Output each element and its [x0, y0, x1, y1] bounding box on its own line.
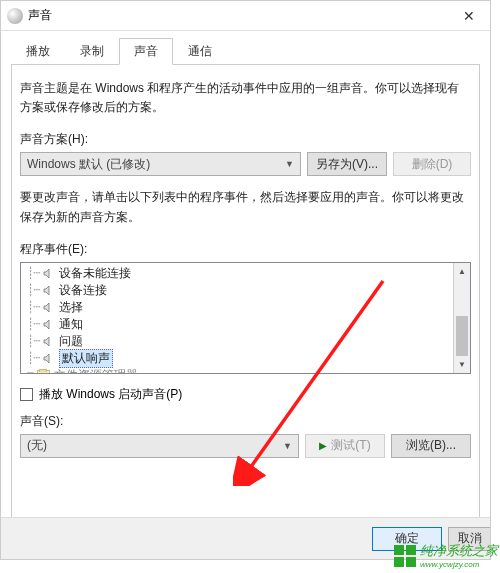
tab-sounds[interactable]: 声音 [119, 38, 173, 65]
speaker-icon [43, 336, 55, 347]
list-item[interactable]: ┊┄ 选择 [21, 299, 470, 316]
speaker-icon [43, 268, 55, 279]
tab-strip: 播放 录制 声音 通信 [11, 37, 480, 65]
scroll-up-button[interactable]: ▲ [454, 263, 470, 280]
folder-icon [37, 370, 50, 374]
speaker-icon [43, 319, 55, 330]
list-item[interactable]: ┊┄ 问题 [21, 333, 470, 350]
tab-playback[interactable]: 播放 [11, 38, 65, 65]
list-item[interactable]: ┊┄ 通知 [21, 316, 470, 333]
scrollbar[interactable]: ▲ ▼ [453, 263, 470, 373]
watermark-text: 纯净系统之家 [420, 542, 498, 560]
program-events-list[interactable]: ┊┄ 设备未能连接 ┊┄ 设备连接 ┊┄ 选择 [20, 262, 471, 374]
browse-button[interactable]: 浏览(B)... [391, 434, 471, 458]
tab-communications[interactable]: 通信 [173, 38, 227, 65]
chevron-down-icon: ▼ [285, 159, 294, 169]
watermark-logo-icon [394, 545, 416, 567]
speaker-icon [43, 285, 55, 296]
sound-scheme-value: Windows 默认 (已修改) [27, 156, 150, 173]
play-icon: ▶ [319, 440, 327, 451]
list-item[interactable]: ⊞ 文件资源管理器 [21, 367, 470, 374]
selected-event: 默认响声 [59, 349, 113, 368]
app-icon [7, 8, 23, 24]
scroll-down-button[interactable]: ▼ [454, 356, 470, 373]
watermark: 纯净系统之家 www.ycwjzy.com [394, 542, 498, 569]
speaker-icon [43, 302, 55, 313]
tab-recording[interactable]: 录制 [65, 38, 119, 65]
program-events-label: 程序事件(E): [20, 241, 471, 258]
sound-scheme-label: 声音方案(H): [20, 131, 471, 148]
sound-dialog: 声音 ✕ 播放 录制 声音 通信 声音主题是在 Windows 和程序产生的活动… [0, 0, 491, 560]
scroll-thumb[interactable] [456, 316, 468, 356]
checkbox-icon [20, 388, 33, 401]
events-description: 要更改声音，请单击以下列表中的程序事件，然后选择要应用的声音。你可以将更改保存为… [20, 188, 471, 226]
sound-dropdown[interactable]: (无) ▼ [20, 434, 299, 458]
startup-sound-checkbox[interactable]: 播放 Windows 启动声音(P) [20, 386, 471, 403]
save-as-button[interactable]: 另存为(V)... [307, 152, 387, 176]
titlebar: 声音 ✕ [1, 1, 490, 31]
startup-sound-label: 播放 Windows 启动声音(P) [39, 386, 182, 403]
sound-value: (无) [27, 437, 47, 454]
chevron-down-icon: ▼ [283, 441, 292, 451]
list-item[interactable]: ┊┄ 默认响声 [21, 350, 470, 367]
window-title: 声音 [28, 7, 52, 24]
theme-description: 声音主题是在 Windows 和程序产生的活动事件中应用的一组声音。你可以选择现… [20, 79, 471, 117]
speaker-icon [43, 353, 55, 364]
list-item[interactable]: ┊┄ 设备未能连接 [21, 265, 470, 282]
test-button: ▶ 测试(T) [305, 434, 385, 458]
tab-panel-sounds: 声音主题是在 Windows 和程序产生的活动事件中应用的一组声音。你可以选择现… [11, 65, 480, 525]
sound-scheme-dropdown[interactable]: Windows 默认 (已修改) ▼ [20, 152, 301, 176]
sound-select-label: 声音(S): [20, 413, 471, 430]
close-button[interactable]: ✕ [448, 2, 490, 30]
delete-button: 删除(D) [393, 152, 471, 176]
watermark-url: www.ycwjzy.com [420, 560, 498, 569]
list-item[interactable]: ┊┄ 设备连接 [21, 282, 470, 299]
